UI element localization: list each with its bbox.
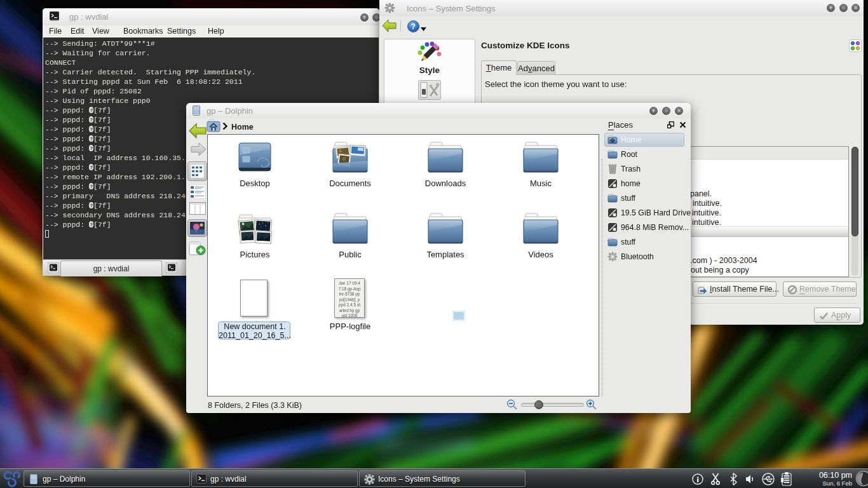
svg-text:?: ? — [411, 22, 416, 31]
